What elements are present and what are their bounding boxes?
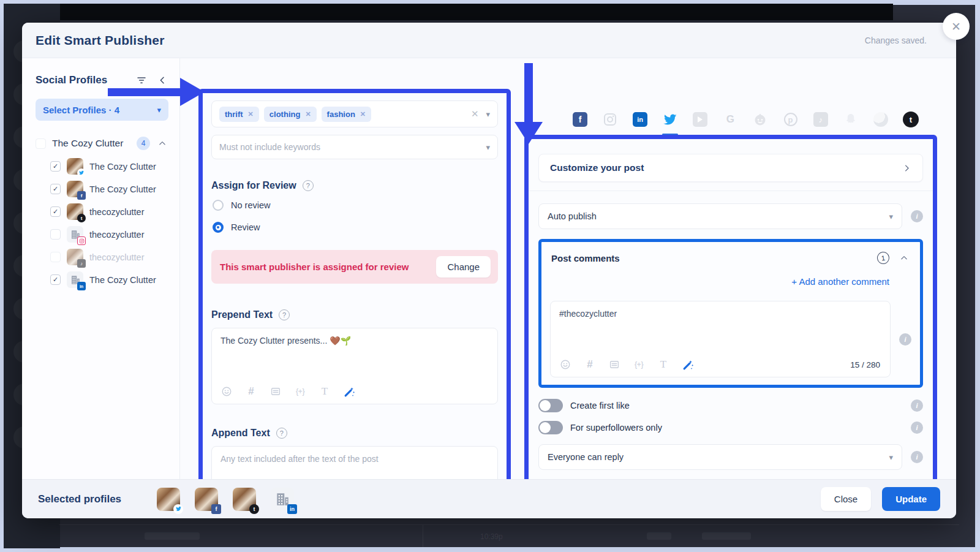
profile-name: The Cozy Clutter: [89, 162, 156, 172]
superfollowers-toggle[interactable]: [538, 421, 563, 434]
post-comments-title: Post comments: [551, 253, 620, 263]
change-button[interactable]: Change: [436, 256, 491, 278]
avatar: [67, 226, 83, 243]
hashtag-icon[interactable]: #: [584, 358, 596, 371]
list-item[interactable]: ✓ ♪ thecozyclutter: [36, 246, 168, 268]
profile-checkbox[interactable]: ✓: [50, 229, 61, 240]
remove-keyword-icon[interactable]: ✕: [248, 110, 254, 118]
group-checkbox[interactable]: ✓: [36, 138, 46, 149]
hashtag-icon[interactable]: #: [245, 385, 257, 398]
profile-name: The Cozy Clutter: [89, 184, 156, 194]
reply-permission-select[interactable]: Everyone can reply ▾: [538, 444, 902, 470]
comment-text-input[interactable]: #thecozyclutter # {+} T 15 / 280: [550, 301, 891, 377]
include-keywords-field[interactable]: thrift ✕ clothing ✕ fashion ✕ ✕ ▾: [211, 100, 498, 127]
chevron-right-icon[interactable]: [902, 164, 911, 173]
remove-keyword-icon[interactable]: ✕: [360, 110, 366, 118]
close-icon[interactable]: ✕: [943, 13, 970, 40]
exclude-keywords-placeholder: Must not include keywords: [219, 142, 320, 152]
ai-wand-icon[interactable]: [343, 385, 355, 398]
profile-checkbox[interactable]: ✓: [50, 161, 61, 172]
emoji-icon[interactable]: [221, 385, 233, 398]
close-button[interactable]: Close: [821, 487, 871, 511]
reddit-icon[interactable]: [752, 112, 768, 127]
avatar: in: [67, 271, 83, 288]
auto-publish-select[interactable]: Auto publish ▾: [538, 203, 902, 229]
background-app-table-row: 10:39p: [59, 524, 959, 548]
selected-profiles-label: Selected profiles: [38, 493, 121, 505]
info-icon[interactable]: i: [911, 210, 923, 222]
info-icon[interactable]: i: [899, 333, 911, 346]
info-icon[interactable]: i: [911, 451, 923, 463]
create-first-like-toggle[interactable]: [538, 399, 563, 412]
linkedin-icon: in: [287, 504, 297, 514]
customize-post-title: Customize your post: [550, 162, 644, 173]
list-item[interactable]: ✓ f The Cozy Clutter: [36, 178, 168, 200]
variables-icon[interactable]: {+}: [294, 385, 306, 398]
emoji-icon[interactable]: [559, 358, 571, 371]
prepend-text-input[interactable]: The Cozy Clutter presents... 🤎🌱 # {+} T: [211, 328, 498, 404]
tiktok-icon: ♪: [77, 259, 86, 268]
text-format-icon[interactable]: T: [318, 385, 331, 398]
update-button[interactable]: Update: [882, 487, 940, 511]
help-icon[interactable]: ?: [276, 428, 287, 439]
list-item[interactable]: ✓ in The Cozy Clutter: [36, 268, 168, 291]
help-icon[interactable]: ?: [303, 180, 314, 191]
toggle-label: For superfollowers only: [570, 423, 662, 433]
linkedin-icon[interactable]: in: [632, 112, 648, 127]
twitter-icon[interactable]: [662, 112, 678, 127]
profile-group-row[interactable]: ✓ The Cozy Clutter 4: [36, 137, 168, 150]
add-another-comment-link[interactable]: + Add another comment: [791, 276, 889, 287]
keyword-tag: clothing ✕: [264, 107, 317, 122]
avatar: [67, 158, 83, 175]
help-icon[interactable]: ?: [279, 309, 290, 320]
info-icon[interactable]: i: [911, 399, 923, 412]
radio-on-icon[interactable]: [213, 222, 224, 233]
create-first-like-row: Create first like i: [538, 399, 923, 412]
saved-replies-icon[interactable]: [608, 358, 620, 371]
profile-checkbox[interactable]: ✓: [50, 184, 61, 194]
instagram-icon[interactable]: [602, 112, 618, 127]
no-review-option[interactable]: No review: [211, 197, 498, 213]
keyword-tag: thrift ✕: [219, 107, 259, 122]
text-format-icon[interactable]: T: [657, 358, 669, 371]
tumblr-icon[interactable]: t: [903, 112, 919, 127]
youtube-icon[interactable]: [692, 112, 708, 127]
review-alert-text: This smart publisher is assigned for rev…: [220, 262, 409, 272]
annotation-arrow-right: [108, 78, 205, 106]
sphere-icon[interactable]: [873, 112, 889, 127]
radio-off-icon[interactable]: [213, 200, 224, 211]
saved-replies-icon[interactable]: [270, 385, 282, 398]
list-item[interactable]: ✓ The Cozy Clutter: [36, 155, 168, 178]
tumblr-icon: t: [77, 214, 86, 222]
remove-keyword-icon[interactable]: ✕: [305, 110, 311, 118]
customize-post-header[interactable]: Customize your post: [538, 154, 923, 182]
assign-for-review-heading: Assign for Review: [211, 180, 296, 191]
facebook-icon[interactable]: f: [572, 112, 588, 127]
clear-all-icon[interactable]: ✕: [471, 108, 479, 119]
info-icon[interactable]: i: [911, 422, 923, 434]
profile-checkbox[interactable]: ✓: [50, 206, 61, 217]
profile-checkbox[interactable]: ✓: [50, 274, 61, 285]
twitter-icon: [77, 168, 86, 177]
tiktok-icon[interactable]: ♪: [813, 112, 829, 127]
comment-text-value: #thecozyclutter: [559, 309, 881, 319]
profile-checkbox[interactable]: ✓: [50, 252, 61, 262]
exclude-keywords-field[interactable]: Must not include keywords ▾: [211, 135, 498, 159]
page-title: Edit Smart Publisher: [36, 33, 165, 48]
changes-saved-status: Changes saved.: [865, 36, 927, 45]
list-item[interactable]: ✓ thecozyclutter: [36, 223, 168, 246]
snapchat-icon[interactable]: [843, 112, 859, 127]
pinterest-icon[interactable]: p: [783, 112, 799, 127]
avatar: f: [195, 488, 218, 511]
twitter-icon: [173, 504, 183, 514]
list-item[interactable]: ✓ t thecozyclutter: [36, 200, 168, 223]
review-option[interactable]: Review: [211, 219, 498, 235]
variables-icon[interactable]: {+}: [633, 358, 645, 371]
google-icon[interactable]: G: [722, 112, 738, 127]
chevron-up-icon[interactable]: [156, 137, 168, 149]
ai-wand-icon[interactable]: [682, 358, 694, 371]
facebook-icon: f: [211, 504, 221, 514]
chevron-down-icon[interactable]: ▾: [486, 110, 490, 119]
avatar: f: [67, 181, 83, 197]
chevron-up-icon[interactable]: [898, 252, 910, 264]
